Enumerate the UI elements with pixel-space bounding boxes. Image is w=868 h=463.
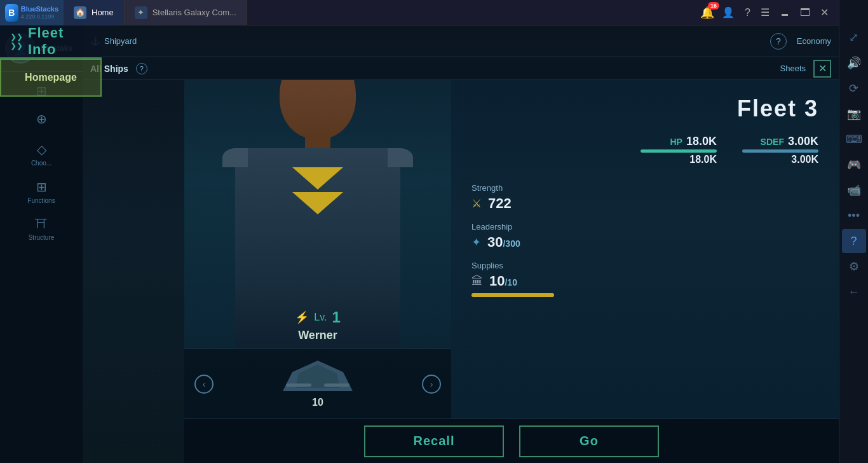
chevron-bottom (292, 192, 343, 214)
hp-stat-group: HP 18.0K 18.0K (641, 135, 717, 165)
gamepad-button[interactable]: 🎮 (842, 153, 866, 177)
all-ships-bar: All Ships ? Sheets ✕ (83, 57, 839, 80)
sdef-header: SDEF 3.00K (761, 135, 818, 148)
bluestacks-logo: B BlueStacks 4.220.0.1109 (0, 0, 64, 25)
stat-bars: HP 18.0K 18.0K SDEF 3.00K (471, 135, 818, 165)
top-bar-right: ? Economy (770, 33, 831, 50)
hp-value: 18.0K (686, 135, 717, 148)
supplies-label: Supplies (471, 261, 818, 270)
rotate-button[interactable]: ⟳ (842, 76, 866, 100)
sidebar-item-structure[interactable]: ⛩ Structure (0, 211, 83, 247)
economy-label: Economy (797, 36, 831, 46)
prev-icon: ‹ (203, 379, 206, 389)
sidebar-item-functions[interactable]: ⊞ Functions (0, 173, 83, 211)
titlebar: B BlueStacks 4.220.0.1109 🏠 Home ✦ Stell… (0, 0, 839, 25)
commander-head (280, 80, 356, 139)
sheets-label: Sheets (780, 64, 806, 73)
functions-icon: ⊞ (36, 179, 47, 195)
bs-logo-text: BlueStacks 4.220.0.1109 (21, 5, 58, 20)
right-panel: ⤢ 🔊 ⟳ 📷 ⌨ 🎮 📹 ••• ? ⚙ ← (839, 0, 868, 463)
screenshot-button[interactable]: 📷 (842, 102, 866, 126)
settings-button[interactable]: ⚙ (842, 254, 866, 279)
sheets-area: Sheets (780, 64, 806, 73)
bs-logo-icon: B (5, 4, 18, 22)
game-area: 👤 Blustaks ⊞ ⊕ ◇ Choo... ⊞ Functions ⛩ S… (0, 25, 839, 463)
leadership-value: 30/300 (487, 234, 520, 251)
more-button[interactable]: ••• (842, 204, 866, 228)
commander-portrait: ⚡ Lv. 1 Werner ‹ (184, 80, 451, 418)
level-prefix: Lv. (314, 312, 327, 323)
next-ship-button[interactable]: › (422, 375, 441, 394)
help-button[interactable]: ? (770, 33, 787, 50)
camera-button[interactable]: 📹 (842, 178, 866, 202)
recall-button[interactable]: Recall (364, 425, 504, 457)
strength-value: 722 (488, 195, 512, 212)
keyboard-button[interactable]: ⌨ (842, 127, 866, 151)
strength-label: Strength (471, 183, 818, 193)
fleet-panel-spacer (83, 80, 184, 463)
fleet-chevron-icon: ❯❯ ❯❯ (10, 33, 23, 50)
leadership-row: ✦ 30/300 (471, 234, 818, 251)
level-info: ⚡ Lv. 1 Werner (295, 308, 341, 342)
help-icon[interactable]: ? (742, 4, 753, 21)
fleet-name: Fleet 3 (471, 95, 818, 122)
next-icon: › (430, 379, 433, 389)
titlebar-controls: 🔔 16 👤 ? ☰ 🗕 🗖 ✕ (693, 4, 839, 21)
all-ships-close-button[interactable]: ✕ (813, 60, 831, 78)
hp-header: HP 18.0K (670, 135, 717, 148)
tab-stellaris[interactable]: ✦ Stellaris Galaxy Com... (125, 0, 247, 25)
fullscreen-button[interactable]: ⤢ (842, 25, 866, 50)
tab-bar: 🏠 Home ✦ Stellaris Galaxy Com... (64, 0, 693, 25)
chevron-top (292, 167, 343, 190)
hp-bar-track (641, 149, 717, 153)
sdef-bar-track (742, 149, 818, 153)
tab-home[interactable]: 🏠 Home (64, 0, 125, 25)
combat-stats: Strength ⚔ 722 Leadership ✦ 30/300 (471, 183, 818, 297)
sdef-current: 3.00K (791, 154, 818, 165)
sdef-value: 3.00K (788, 135, 818, 148)
maximize-button[interactable]: 🗖 (797, 4, 813, 21)
go-button[interactable]: Go (519, 425, 659, 457)
stellaris-tab-icon: ✦ (135, 6, 147, 19)
volume-button[interactable]: 🔊 (842, 51, 866, 75)
fleet-stats: Fleet 3 HP 18.0K 18.0K (451, 80, 839, 418)
user-icon[interactable]: 👤 (719, 4, 737, 21)
level-line: ⚡ Lv. 1 (295, 308, 341, 326)
diamond-icon: ◇ (37, 142, 46, 157)
supplies-value: 10/10 (489, 273, 517, 289)
sidebar-item-choose[interactable]: ◇ Choo... (0, 135, 83, 173)
commander-name: Werner (298, 329, 337, 342)
minimize-button[interactable]: 🗕 (777, 4, 792, 21)
help-panel-button[interactable]: ? (842, 229, 866, 253)
hp-bar-fill (641, 149, 717, 153)
hp-label: HP (670, 137, 682, 147)
strength-stat: Strength ⚔ 722 (471, 183, 818, 212)
prev-ship-button[interactable]: ‹ (194, 375, 214, 394)
svg-rect-3 (324, 384, 349, 387)
action-bar: Recall Go (184, 418, 839, 463)
supplies-icon: 🏛 (471, 275, 483, 288)
sidebar-nav: ⊞ ⊕ ◇ Choo... ⊞ Functions ⛩ Structure (0, 72, 83, 252)
leadership-stat: Leadership ✦ 30/300 (471, 222, 818, 251)
all-ships-help-button[interactable]: ? (136, 63, 147, 74)
ship-svg (280, 359, 356, 394)
level-icon: ⚡ (295, 310, 309, 324)
notification-button[interactable]: 🔔 16 (700, 6, 714, 20)
close-button[interactable]: ✕ (818, 4, 831, 21)
right-shoulder (388, 148, 413, 167)
structure-icon: ⛩ (35, 217, 48, 232)
top-bar: ⚓ Shipyard ? Economy (83, 25, 839, 57)
add-icon: ⊕ (36, 111, 47, 127)
strength-icon: ⚔ (471, 197, 482, 211)
strength-row: ⚔ 722 (471, 195, 818, 212)
fleet-info-header: ❯❯ ❯❯ Fleet Info (0, 25, 102, 59)
menu-icon[interactable]: ☰ (758, 4, 772, 21)
supplies-bar-track (471, 293, 554, 297)
back-button[interactable]: ← (842, 280, 866, 304)
character-area: ⚡ Lv. 1 Werner ‹ (184, 80, 839, 418)
sdef-label: SDEF (761, 137, 784, 147)
hp-current: 18.0K (689, 154, 717, 165)
left-shoulder (222, 148, 248, 167)
ship-count: 10 (312, 397, 323, 408)
sidebar-item-add[interactable]: ⊕ (0, 105, 83, 135)
